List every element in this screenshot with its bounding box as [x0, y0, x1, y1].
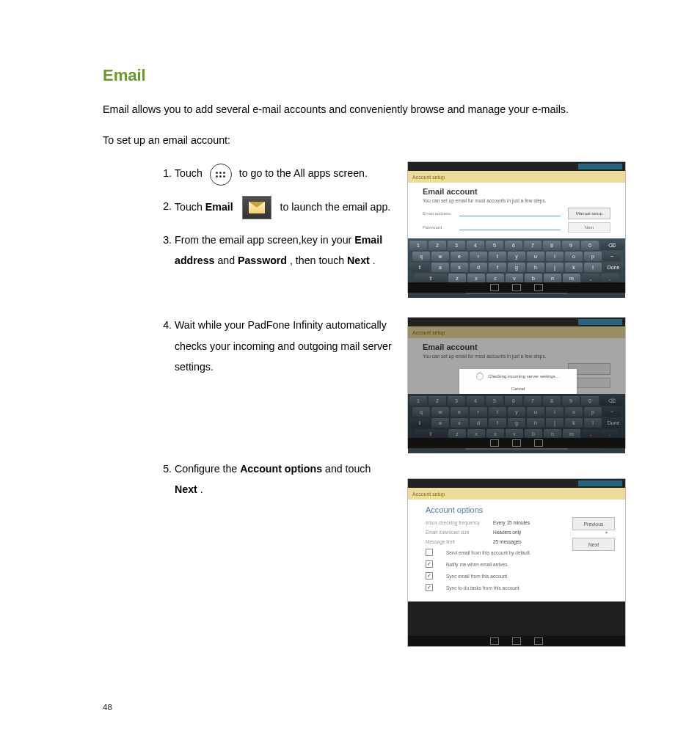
key-6[interactable]: 6 [505, 396, 522, 406]
key-8[interactable]: 8 [543, 396, 561, 406]
key-4[interactable]: 4 [467, 241, 484, 250]
key-y[interactable]: y [508, 252, 525, 261]
email-field[interactable] [459, 211, 561, 216]
key-o[interactable]: o [565, 407, 583, 417]
checkbox-sync-tasks[interactable]: ✔Sync to-do tasks from this account. [426, 584, 608, 591]
key-u[interactable]: u [527, 407, 544, 417]
key-a[interactable]: a [431, 263, 449, 272]
key-5[interactable]: 5 [486, 396, 503, 406]
step3-text-c: , then touch [290, 255, 347, 266]
key-1[interactable]: 1 [409, 241, 427, 250]
key-7[interactable]: 7 [524, 241, 542, 250]
key-k[interactable]: k [565, 418, 583, 428]
key-5[interactable]: 5 [486, 241, 503, 250]
spinner-icon [476, 373, 484, 380]
key-o[interactable]: o [565, 252, 583, 261]
key-t[interactable]: t [489, 252, 506, 261]
key-i[interactable]: i [546, 252, 564, 261]
key-s[interactable]: s [451, 263, 468, 272]
intro-paragraph: Email allows you to add several e-mail a… [103, 101, 612, 117]
key-l[interactable]: l [584, 418, 602, 428]
key-backspace[interactable]: ⌫ [600, 396, 624, 406]
key-k[interactable]: k [565, 263, 583, 272]
key-0[interactable]: 0 [581, 396, 599, 406]
progress-dialog: Checking incoming server settings… Cance… [459, 369, 577, 394]
key-7[interactable]: 7 [524, 396, 542, 406]
key-2[interactable]: 2 [429, 241, 446, 250]
key-3[interactable]: 3 [448, 396, 465, 406]
next-button[interactable]: Next [572, 538, 615, 551]
all-apps-dots [216, 172, 225, 178]
manual-setup-button[interactable]: Manual setup [568, 208, 610, 219]
screenshot-checking-settings: Account setup Email account You can set … [407, 317, 626, 449]
lead-in-paragraph: To set up an email account: [103, 132, 612, 148]
step3-end: . [373, 255, 376, 266]
key-h[interactable]: h [527, 263, 544, 272]
key-d[interactable]: d [470, 263, 487, 272]
key-4[interactable]: 4 [467, 396, 484, 406]
key-g[interactable]: g [508, 418, 525, 428]
email-app-icon [242, 196, 271, 219]
key-j[interactable]: j [546, 418, 564, 428]
dialog-message: Checking incoming server settings… [488, 374, 559, 379]
key-0[interactable]: 0 [581, 241, 599, 250]
key-t[interactable]: t [489, 407, 506, 417]
checkbox-notify[interactable]: ✔Notify me when email arrives. [426, 560, 608, 568]
key-p[interactable]: p [584, 252, 602, 261]
key-g[interactable]: g [508, 263, 525, 272]
key-backspace[interactable]: ⌫ [600, 241, 624, 250]
key-2[interactable]: 2 [429, 396, 446, 406]
key-6[interactable]: 6 [505, 241, 522, 250]
key-caps[interactable]: ⇪ [409, 418, 430, 428]
key-extra[interactable]: ~ [603, 252, 621, 261]
key-p[interactable]: p [584, 407, 602, 417]
previous-button[interactable]: Previous [572, 517, 615, 530]
screenshot-email-setup: Account setup Email account You can set … [407, 161, 626, 293]
page-number: 48 [103, 703, 112, 712]
key-1[interactable]: 1 [409, 396, 427, 406]
key-e[interactable]: e [451, 252, 468, 261]
key-8[interactable]: 8 [543, 241, 561, 250]
key-j[interactable]: j [546, 263, 564, 272]
key-l[interactable]: l [584, 263, 602, 272]
key-9[interactable]: 9 [562, 396, 580, 406]
key-r[interactable]: r [470, 407, 487, 417]
key-9[interactable]: 9 [562, 241, 580, 250]
status-bar [408, 162, 625, 171]
key-extra[interactable]: ~ [603, 407, 621, 417]
key-a[interactable]: a [431, 418, 449, 428]
key-f[interactable]: f [489, 263, 506, 272]
key-q[interactable]: q [412, 407, 430, 417]
password-field[interactable] [459, 224, 561, 230]
key-d[interactable]: d [470, 418, 487, 428]
key-s[interactable]: s [451, 418, 468, 428]
checkbox-sync-email[interactable]: ✔Sync email from this account. [426, 572, 608, 579]
screen-header: Account setup [408, 171, 625, 183]
all-apps-icon [210, 164, 232, 186]
step5-end: . [200, 483, 203, 495]
key-y[interactable]: y [508, 407, 525, 417]
dialog-cancel-button[interactable]: Cancel [511, 387, 525, 391]
key-3[interactable]: 3 [448, 241, 465, 250]
key-h[interactable]: h [527, 418, 544, 428]
step2-text-b: to launch the email app. [280, 200, 391, 212]
key-f[interactable]: f [489, 418, 506, 428]
key-w[interactable]: w [431, 407, 449, 417]
key-q[interactable]: q [412, 252, 430, 261]
next-button[interactable]: Next [568, 222, 610, 233]
setup-title: Email account [423, 343, 610, 351]
envelope-icon [249, 202, 265, 213]
key-e[interactable]: e [451, 407, 468, 417]
setup-title: Email account [423, 187, 610, 196]
key-u[interactable]: u [527, 252, 544, 261]
key-caps[interactable]: ⇪ [409, 263, 430, 272]
key-done[interactable]: Done [603, 263, 624, 272]
key-i[interactable]: i [546, 407, 564, 417]
step2-text-a: Touch [175, 200, 205, 212]
key-done[interactable]: Done [603, 418, 624, 428]
key-w[interactable]: w [431, 252, 449, 261]
status-bar [408, 479, 625, 488]
step5-text-a: Configure the [175, 463, 240, 475]
key-r[interactable]: r [470, 252, 487, 261]
screen-header: Account setup [408, 326, 625, 338]
